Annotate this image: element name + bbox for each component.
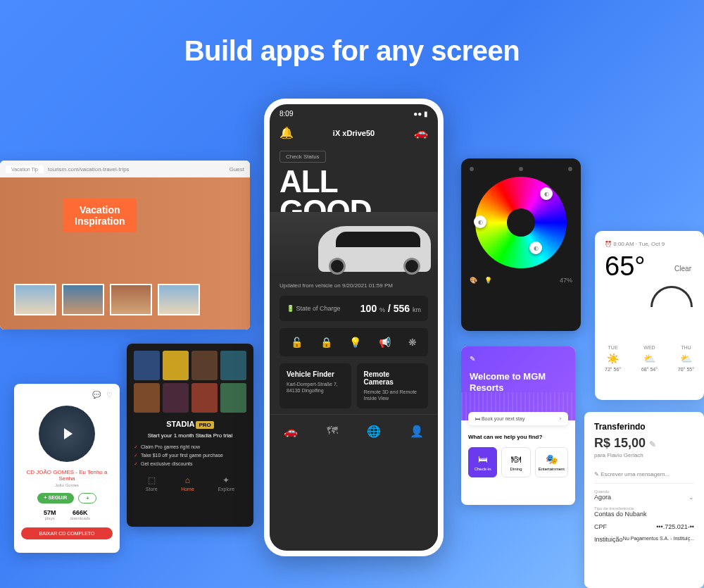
transfer-title: Transferindo [594,422,694,432]
status-bar: 8:09 ●● ▮ [270,104,438,123]
stadia-nav: ⬚Store ⌂Home ✦Explore [134,475,246,492]
mgm-card: ✎ Welcome to MGM Resorts 🛏 Book your nex… [461,346,575,505]
browser-card: Vacation Tip tourism.com/vacation-travel… [0,161,250,330]
game-tile[interactable] [220,351,246,380]
color-handle[interactable]: ◐ [474,215,486,228]
book-stay-button[interactable]: 🛏 Book your next stay› [468,412,568,425]
unlock-icon[interactable]: 🔒 [320,337,332,348]
album-art[interactable] [39,406,95,462]
game-tile[interactable] [191,383,218,413]
mgm-hero: ✎ Welcome to MGM Resorts [461,346,575,420]
music-header: 💬 ♡ [21,391,113,399]
forecast-day[interactable]: THU⛅ 70° 55° [678,345,694,372]
mgm-welcome: Welcome to MGM Resorts [470,371,567,393]
remote-cameras-card[interactable]: Remote Cameras Remote 3D and Remote Insi… [357,363,429,408]
vehicle-title: iX xDrive50 [333,129,375,137]
car-image [270,212,438,275]
weather-arc-icon [650,286,693,307]
play-icon[interactable] [64,428,73,439]
car-icon[interactable]: 🚗 [414,126,428,139]
photo-thumbnail[interactable] [62,284,104,315]
weather-card: ⏰ 8:00 AM · Tue, Oct 9 65° Clear TUE☀️ 7… [595,231,704,400]
cpf-field: CPF•••.725.021-•• [594,523,694,530]
browser-chrome: Vacation Tip tourism.com/vacation-travel… [0,161,250,177]
signal-icon: ●● ▮ [413,110,428,118]
type-field[interactable]: Tipo de transferência Contas do Nubank [594,506,694,518]
lock-icon[interactable]: 🔓 [291,337,303,348]
stadia-card: STADIAPRO Start your 1 month Stadia Pro … [127,344,253,527]
palette-icon[interactable]: 🎨 [470,277,477,284]
add-button[interactable]: + [78,493,96,503]
horn-icon[interactable]: 📢 [379,337,391,348]
music-stats: 57Mplays 666Kdownloads [21,509,113,520]
remote-controls: 🔓 🔒 💡 📢 ❋ [279,328,428,356]
game-tile[interactable] [163,383,189,413]
nav-home[interactable]: ⌂Home [181,475,194,492]
institution-field: InstituiçãoNu Pagamentos S.A. - Institui… [594,536,694,543]
tab-map-icon[interactable]: 🗺 [327,425,338,438]
photo-thumbnail[interactable] [158,284,200,315]
climate-icon[interactable]: ❋ [408,337,417,348]
color-wheel[interactable]: ◐ ◐ ◐ [475,177,567,268]
stadia-benefits: ✓Claim Pro games right now ✓Take $10 off… [134,444,246,467]
tile-dining[interactable]: 🍽Dining [501,447,530,477]
message-input[interactable]: ✎ Escrever uma mensagem... [594,465,694,484]
tile-entertainment[interactable]: 🎭Entertainment [535,447,568,477]
lights-icon[interactable]: 💡 [349,337,361,348]
chat-icon[interactable]: 💬 [92,391,101,399]
photo-thumbnail[interactable] [110,284,152,315]
forecast-day[interactable]: TUE☀️ 72° 56° [605,345,621,372]
browser-url: tourism.com/vacation-travel-trips [48,166,130,173]
follow-button[interactable]: + SEGUIR [37,493,75,503]
update-timestamp: Updated from vehicle on 9/20/2021 01:59 … [270,275,438,296]
tile-checkin[interactable]: 🛏Check-In [468,447,497,477]
mgm-help-label: What can we help you find? [461,431,575,443]
charge-row[interactable]: 🔋 State of Charge 100 % / 556 km [279,296,428,321]
music-title: CD JOÃO GOMES - Eu Tenho a Senha [21,469,113,482]
game-tile[interactable] [220,383,246,413]
when-field[interactable]: Quando Agora⌄ [594,489,694,501]
game-grid [134,351,246,413]
game-tile[interactable] [134,383,160,413]
weather-condition: Clear [674,265,691,273]
transfer-amount: R$ 15,00 ✎ [594,436,694,451]
transfer-card: Transferindo R$ 15,00 ✎ para Flavio Gerl… [584,412,704,588]
bulb-icon[interactable]: 💡 [484,277,492,284]
tab-profile-icon[interactable]: 👤 [410,425,424,438]
tab-globe-icon[interactable]: 🌐 [367,425,381,438]
nav-store[interactable]: ⬚Store [146,475,158,492]
stadia-logo: STADIAPRO [134,420,246,428]
phone-frame: 8:09 ●● ▮ 🔔 iX xDrive50 🚗 Check Status A… [264,99,444,556]
phone-tabbar: 🚗 🗺 🌐 👤 [270,414,438,448]
music-subtitle: João Gomes [21,483,113,487]
tab-car-icon[interactable]: 🚗 [284,425,298,438]
photo-strip [14,284,236,315]
vacation-banner: Vacation Inspiration [63,199,137,232]
heart-icon[interactable]: ♡ [106,391,113,399]
color-handle[interactable]: ◐ [529,242,542,254]
nav-explore[interactable]: ✦Explore [218,475,234,492]
game-tile[interactable] [134,351,160,380]
brightness-value: 47% [560,277,572,284]
browser-content: Vacation Inspiration [0,177,250,330]
weather-time: ⏰ 8:00 AM · Tue, Oct 9 [605,241,694,247]
headline: Build apps for any screen [184,35,520,67]
check-status-button[interactable]: Check Status [279,151,326,163]
forecast-day[interactable]: WED⛅ 68° 54° [641,345,658,372]
game-tile[interactable] [163,351,189,380]
browser-guest[interactable]: Guest [230,166,244,173]
vehicle-finder-card[interactable]: Vehicle Finder Karl-Dompert-Straße 7, 84… [279,363,351,408]
edit-icon[interactable]: ✎ [649,439,656,449]
color-picker-card: ◐ ◐ ◐ 🎨 💡 47% [461,158,581,331]
music-card: 💬 ♡ CD JOÃO GOMES - Eu Tenho a Senha Joã… [14,384,120,553]
bell-icon[interactable]: 🔔 [279,126,294,139]
transfer-recipient: para Flavio Gerlach [594,452,694,458]
card-menu[interactable] [470,167,572,171]
phone-screen: 8:09 ●● ▮ 🔔 iX xDrive50 🚗 Check Status A… [270,104,438,551]
download-button[interactable]: BAIXAR CD COMPLETO [21,527,113,539]
photo-thumbnail[interactable] [14,284,56,315]
forecast-row: TUE☀️ 72° 56° WED⛅ 68° 54° THU⛅ 70° 55° [605,345,694,372]
browser-tab[interactable]: Vacation Tip [6,165,44,173]
color-handle[interactable]: ◐ [540,187,553,200]
game-tile[interactable] [191,351,218,380]
